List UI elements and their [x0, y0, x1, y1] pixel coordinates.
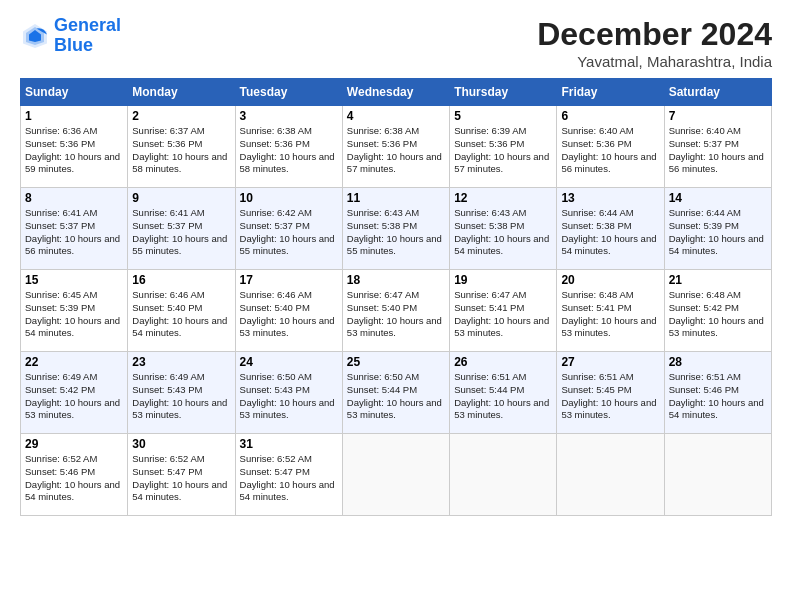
- day-info: Sunrise: 6:44 AMSunset: 5:38 PMDaylight:…: [561, 207, 659, 258]
- day-info: Sunrise: 6:41 AMSunset: 5:37 PMDaylight:…: [25, 207, 123, 258]
- day-info: Sunrise: 6:52 AMSunset: 5:47 PMDaylight:…: [240, 453, 338, 504]
- day-info: Sunrise: 6:51 AMSunset: 5:46 PMDaylight:…: [669, 371, 767, 422]
- calendar-cell: 1Sunrise: 6:36 AMSunset: 5:36 PMDaylight…: [21, 106, 128, 188]
- day-number: 7: [669, 109, 767, 123]
- calendar-header: SundayMondayTuesdayWednesdayThursdayFrid…: [21, 79, 772, 106]
- day-info: Sunrise: 6:43 AMSunset: 5:38 PMDaylight:…: [347, 207, 445, 258]
- day-info: Sunrise: 6:49 AMSunset: 5:43 PMDaylight:…: [132, 371, 230, 422]
- day-info: Sunrise: 6:52 AMSunset: 5:47 PMDaylight:…: [132, 453, 230, 504]
- logo-text-line2: Blue: [54, 36, 121, 56]
- calendar-cell: 3Sunrise: 6:38 AMSunset: 5:36 PMDaylight…: [235, 106, 342, 188]
- calendar-cell: [450, 434, 557, 516]
- day-number: 10: [240, 191, 338, 205]
- day-number: 3: [240, 109, 338, 123]
- day-info: Sunrise: 6:40 AMSunset: 5:36 PMDaylight:…: [561, 125, 659, 176]
- column-header-wednesday: Wednesday: [342, 79, 449, 106]
- day-number: 25: [347, 355, 445, 369]
- day-number: 5: [454, 109, 552, 123]
- page: General Blue December 2024 Yavatmal, Mah…: [0, 0, 792, 532]
- day-number: 18: [347, 273, 445, 287]
- calendar-week-2: 8Sunrise: 6:41 AMSunset: 5:37 PMDaylight…: [21, 188, 772, 270]
- header: General Blue December 2024 Yavatmal, Mah…: [20, 16, 772, 70]
- day-info: Sunrise: 6:46 AMSunset: 5:40 PMDaylight:…: [240, 289, 338, 340]
- column-header-thursday: Thursday: [450, 79, 557, 106]
- day-number: 4: [347, 109, 445, 123]
- day-info: Sunrise: 6:48 AMSunset: 5:42 PMDaylight:…: [669, 289, 767, 340]
- calendar-cell: 16Sunrise: 6:46 AMSunset: 5:40 PMDayligh…: [128, 270, 235, 352]
- calendar-cell: 22Sunrise: 6:49 AMSunset: 5:42 PMDayligh…: [21, 352, 128, 434]
- calendar-cell: 25Sunrise: 6:50 AMSunset: 5:44 PMDayligh…: [342, 352, 449, 434]
- day-number: 6: [561, 109, 659, 123]
- calendar-cell: 4Sunrise: 6:38 AMSunset: 5:36 PMDaylight…: [342, 106, 449, 188]
- day-info: Sunrise: 6:47 AMSunset: 5:40 PMDaylight:…: [347, 289, 445, 340]
- calendar-cell: 31Sunrise: 6:52 AMSunset: 5:47 PMDayligh…: [235, 434, 342, 516]
- day-info: Sunrise: 6:50 AMSunset: 5:43 PMDaylight:…: [240, 371, 338, 422]
- day-info: Sunrise: 6:46 AMSunset: 5:40 PMDaylight:…: [132, 289, 230, 340]
- calendar-cell: 5Sunrise: 6:39 AMSunset: 5:36 PMDaylight…: [450, 106, 557, 188]
- calendar-cell: [557, 434, 664, 516]
- column-header-saturday: Saturday: [664, 79, 771, 106]
- day-info: Sunrise: 6:45 AMSunset: 5:39 PMDaylight:…: [25, 289, 123, 340]
- calendar-cell: 24Sunrise: 6:50 AMSunset: 5:43 PMDayligh…: [235, 352, 342, 434]
- calendar-cell: 10Sunrise: 6:42 AMSunset: 5:37 PMDayligh…: [235, 188, 342, 270]
- day-number: 21: [669, 273, 767, 287]
- day-info: Sunrise: 6:52 AMSunset: 5:46 PMDaylight:…: [25, 453, 123, 504]
- column-header-tuesday: Tuesday: [235, 79, 342, 106]
- day-number: 15: [25, 273, 123, 287]
- day-number: 28: [669, 355, 767, 369]
- day-info: Sunrise: 6:47 AMSunset: 5:41 PMDaylight:…: [454, 289, 552, 340]
- calendar-cell: 28Sunrise: 6:51 AMSunset: 5:46 PMDayligh…: [664, 352, 771, 434]
- calendar-cell: 17Sunrise: 6:46 AMSunset: 5:40 PMDayligh…: [235, 270, 342, 352]
- day-number: 9: [132, 191, 230, 205]
- calendar-cell: 26Sunrise: 6:51 AMSunset: 5:44 PMDayligh…: [450, 352, 557, 434]
- calendar-cell: 14Sunrise: 6:44 AMSunset: 5:39 PMDayligh…: [664, 188, 771, 270]
- calendar-cell: 18Sunrise: 6:47 AMSunset: 5:40 PMDayligh…: [342, 270, 449, 352]
- calendar-body: 1Sunrise: 6:36 AMSunset: 5:36 PMDaylight…: [21, 106, 772, 516]
- title-block: December 2024 Yavatmal, Maharashtra, Ind…: [537, 16, 772, 70]
- calendar-week-4: 22Sunrise: 6:49 AMSunset: 5:42 PMDayligh…: [21, 352, 772, 434]
- day-number: 24: [240, 355, 338, 369]
- calendar-cell: 6Sunrise: 6:40 AMSunset: 5:36 PMDaylight…: [557, 106, 664, 188]
- day-info: Sunrise: 6:50 AMSunset: 5:44 PMDaylight:…: [347, 371, 445, 422]
- calendar-cell: [342, 434, 449, 516]
- calendar-cell: 19Sunrise: 6:47 AMSunset: 5:41 PMDayligh…: [450, 270, 557, 352]
- day-info: Sunrise: 6:38 AMSunset: 5:36 PMDaylight:…: [347, 125, 445, 176]
- column-header-monday: Monday: [128, 79, 235, 106]
- calendar-cell: 21Sunrise: 6:48 AMSunset: 5:42 PMDayligh…: [664, 270, 771, 352]
- day-info: Sunrise: 6:36 AMSunset: 5:36 PMDaylight:…: [25, 125, 123, 176]
- month-title: December 2024: [537, 16, 772, 53]
- day-number: 29: [25, 437, 123, 451]
- calendar-cell: 13Sunrise: 6:44 AMSunset: 5:38 PMDayligh…: [557, 188, 664, 270]
- calendar-cell: 15Sunrise: 6:45 AMSunset: 5:39 PMDayligh…: [21, 270, 128, 352]
- day-number: 20: [561, 273, 659, 287]
- calendar-cell: 8Sunrise: 6:41 AMSunset: 5:37 PMDaylight…: [21, 188, 128, 270]
- day-number: 22: [25, 355, 123, 369]
- day-number: 23: [132, 355, 230, 369]
- calendar-cell: [664, 434, 771, 516]
- day-number: 30: [132, 437, 230, 451]
- day-number: 14: [669, 191, 767, 205]
- calendar-cell: 2Sunrise: 6:37 AMSunset: 5:36 PMDaylight…: [128, 106, 235, 188]
- calendar-table: SundayMondayTuesdayWednesdayThursdayFrid…: [20, 78, 772, 516]
- logo-text-line1: General: [54, 16, 121, 36]
- calendar-cell: 20Sunrise: 6:48 AMSunset: 5:41 PMDayligh…: [557, 270, 664, 352]
- day-number: 13: [561, 191, 659, 205]
- day-info: Sunrise: 6:39 AMSunset: 5:36 PMDaylight:…: [454, 125, 552, 176]
- calendar-cell: 11Sunrise: 6:43 AMSunset: 5:38 PMDayligh…: [342, 188, 449, 270]
- day-info: Sunrise: 6:51 AMSunset: 5:45 PMDaylight:…: [561, 371, 659, 422]
- calendar-cell: 30Sunrise: 6:52 AMSunset: 5:47 PMDayligh…: [128, 434, 235, 516]
- calendar-week-3: 15Sunrise: 6:45 AMSunset: 5:39 PMDayligh…: [21, 270, 772, 352]
- calendar-cell: 12Sunrise: 6:43 AMSunset: 5:38 PMDayligh…: [450, 188, 557, 270]
- column-header-sunday: Sunday: [21, 79, 128, 106]
- day-number: 1: [25, 109, 123, 123]
- calendar-cell: 7Sunrise: 6:40 AMSunset: 5:37 PMDaylight…: [664, 106, 771, 188]
- calendar-cell: 23Sunrise: 6:49 AMSunset: 5:43 PMDayligh…: [128, 352, 235, 434]
- calendar-cell: 9Sunrise: 6:41 AMSunset: 5:37 PMDaylight…: [128, 188, 235, 270]
- day-number: 12: [454, 191, 552, 205]
- logo-icon: [20, 21, 50, 51]
- day-number: 31: [240, 437, 338, 451]
- day-info: Sunrise: 6:44 AMSunset: 5:39 PMDaylight:…: [669, 207, 767, 258]
- day-number: 19: [454, 273, 552, 287]
- day-number: 2: [132, 109, 230, 123]
- day-info: Sunrise: 6:49 AMSunset: 5:42 PMDaylight:…: [25, 371, 123, 422]
